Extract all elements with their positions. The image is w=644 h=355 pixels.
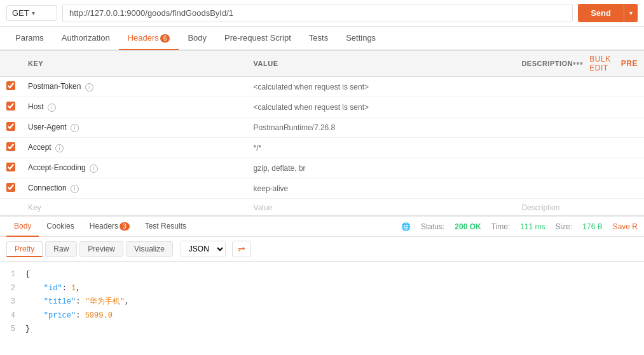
code-text: "title": "华为手机",	[25, 295, 644, 309]
size-label: Size:	[556, 222, 573, 231]
method-chevron-icon: ▾	[32, 10, 35, 17]
response-tab-cookies[interactable]: Cookies	[39, 217, 81, 237]
value-cell: keep-alive	[247, 178, 516, 199]
info-icon[interactable]: i	[71, 124, 79, 132]
size-value: 176 B	[582, 222, 602, 231]
tab-headers[interactable]: Headers6	[119, 27, 179, 50]
value-cell: */*	[247, 138, 516, 158]
info-icon[interactable]: i	[71, 185, 79, 193]
response-tab-headers[interactable]: Headers3	[82, 217, 137, 237]
globe-icon[interactable]: 🌐	[401, 222, 411, 231]
row-checkbox[interactable]	[6, 102, 15, 111]
response-tabs-row: Body Cookies Headers3 Test Results 🌐 Sta…	[0, 215, 644, 237]
line-number: 3	[0, 295, 25, 309]
send-chevron-icon: ▾	[629, 10, 633, 17]
row-checkbox[interactable]	[6, 122, 15, 131]
info-icon[interactable]: i	[48, 104, 56, 112]
desc-cell	[515, 77, 644, 97]
code-line: 3 "title": "华为手机",	[0, 295, 644, 309]
desc-cell	[515, 97, 644, 117]
value-cell: gzip, deflate, br	[247, 158, 516, 178]
tab-settings[interactable]: Settings	[337, 27, 385, 50]
code-area: 1 { 2 "id": 1, 3 "title": "华为手机", 4 "pri…	[0, 262, 644, 343]
key-cell: Host i	[22, 97, 247, 117]
key-cell: Postman-Token i	[22, 77, 247, 97]
value-cell: <calculated when request is sent>	[247, 97, 516, 117]
request-tabs-row: Params Authorization Headers6 Body Pre-r…	[0, 27, 644, 50]
send-dropdown-button[interactable]: ▾	[624, 4, 638, 22]
send-button[interactable]: Send	[578, 4, 624, 22]
placeholder-key-cell[interactable]: Key	[22, 199, 247, 216]
response-tab-body[interactable]: Body	[6, 217, 39, 237]
wrap-button[interactable]: ⇌	[232, 241, 251, 257]
line-number: 1	[0, 268, 25, 282]
desc-col-header: DESCRIPTION ••• Bulk Edit Pre	[515, 51, 644, 77]
status-label: Status:	[421, 222, 444, 231]
tab-tests[interactable]: Tests	[300, 27, 337, 50]
view-tabs-row: Pretty Raw Preview Visualize JSON XML HT…	[0, 237, 644, 262]
info-icon[interactable]: i	[55, 144, 64, 152]
format-select[interactable]: JSON XML HTML Text	[181, 241, 225, 257]
url-input[interactable]	[62, 4, 573, 22]
code-text: "id": 1,	[25, 282, 644, 296]
table-row: Postman-Token i <calculated when request…	[0, 77, 644, 97]
code-text: }	[25, 323, 644, 337]
row-checkbox[interactable]	[6, 142, 15, 151]
pre-request-button[interactable]: Pre	[621, 59, 638, 68]
row-checkbox-cell	[0, 178, 22, 199]
key-cell: User-Agent i	[22, 117, 247, 138]
table-row: Connection i keep-alive	[0, 178, 644, 199]
table-row: Accept-Encoding i gzip, deflate, br	[0, 158, 644, 178]
placeholder-row: Key Value Description	[0, 199, 644, 216]
line-number: 4	[0, 309, 25, 323]
view-tab-pretty[interactable]: Pretty	[6, 241, 43, 257]
line-number: 5	[0, 323, 25, 337]
tab-body[interactable]: Body	[179, 27, 216, 50]
response-meta: 🌐 Status: 200 OK Time: 111 ms Size: 176 …	[401, 222, 638, 231]
row-checkbox-cell	[0, 97, 22, 117]
info-icon[interactable]: i	[90, 164, 98, 173]
headers-table: KEY VALUE DESCRIPTION ••• Bulk Edit Pre	[0, 50, 644, 215]
code-line: 5 }	[0, 323, 644, 337]
format-select-group: JSON XML HTML Text	[181, 241, 226, 257]
time-value: 111 ms	[520, 222, 545, 231]
table-row: User-Agent i PostmanRuntime/7.26.8	[0, 117, 644, 138]
row-checkbox[interactable]	[6, 163, 15, 171]
placeholder-desc-cell[interactable]: Description	[515, 199, 644, 216]
placeholder-checkbox-cell	[0, 199, 22, 216]
row-checkbox-cell	[0, 138, 22, 158]
tab-params[interactable]: Params	[6, 27, 53, 50]
code-line: 4 "price": 5999.0	[0, 309, 644, 323]
tab-authorization[interactable]: Authorization	[53, 27, 119, 50]
top-section: GET ▾ Send ▾ Params Authorization Header…	[0, 0, 644, 50]
key-cell: Accept-Encoding i	[22, 158, 247, 178]
bulk-edit-button[interactable]: Bulk Edit	[589, 55, 615, 72]
desc-cell	[515, 158, 644, 178]
value-cell: <calculated when request is sent>	[247, 77, 516, 97]
time-label: Time:	[491, 222, 510, 231]
code-line: 2 "id": 1,	[0, 282, 644, 296]
view-tab-preview[interactable]: Preview	[79, 241, 123, 257]
response-tabs: Body Cookies Headers3 Test Results	[6, 217, 194, 236]
checkbox-col-header	[0, 51, 22, 77]
send-button-group: Send ▾	[578, 4, 638, 22]
value-col-header: VALUE	[247, 51, 516, 77]
placeholder-value-cell[interactable]: Value	[247, 199, 516, 216]
response-tab-test-results[interactable]: Test Results	[137, 217, 194, 237]
info-icon[interactable]: i	[85, 83, 93, 91]
method-select[interactable]: GET ▾	[6, 5, 57, 21]
row-checkbox[interactable]	[6, 81, 15, 90]
desc-cell	[515, 178, 644, 199]
top-bar: GET ▾ Send ▾	[0, 0, 644, 27]
row-checkbox-cell	[0, 77, 22, 97]
view-tab-raw[interactable]: Raw	[45, 241, 77, 257]
save-response-button[interactable]: Save R	[613, 222, 638, 231]
more-options-icon[interactable]: •••	[573, 58, 583, 69]
row-checkbox[interactable]	[6, 183, 15, 192]
code-line: 1 {	[0, 268, 644, 282]
tab-pre-request[interactable]: Pre-request Script	[216, 27, 300, 50]
row-checkbox-cell	[0, 117, 22, 138]
desc-cell	[515, 117, 644, 138]
headers-column-row: KEY VALUE DESCRIPTION ••• Bulk Edit Pre	[0, 51, 644, 77]
view-tab-visualize[interactable]: Visualize	[126, 241, 173, 257]
